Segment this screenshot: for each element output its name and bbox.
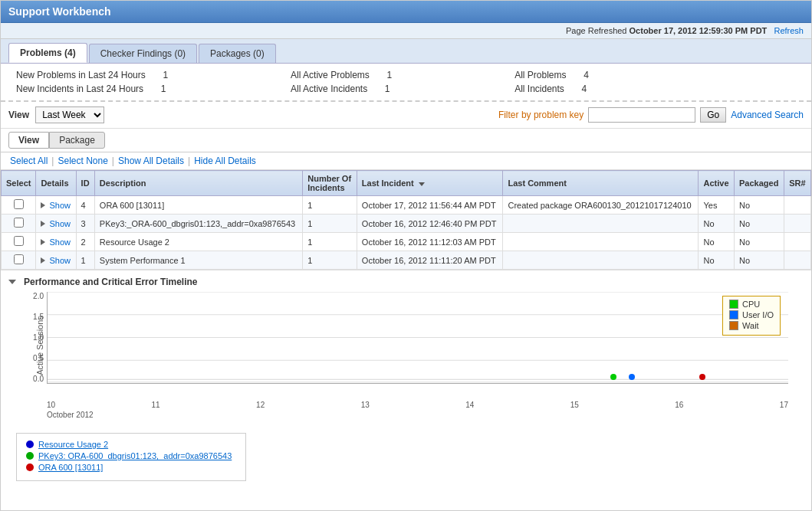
tab-packages[interactable]: Packages (0) [199,44,276,63]
x-label-10: 10 [47,401,55,409]
show-link-3[interactable]: Show [49,256,71,265]
legend-link-3[interactable]: ORA 600 [13011] [38,463,103,472]
filter-area: Filter by problem key Go Advanced Search [498,107,804,123]
expand-icon-3 [41,257,45,264]
stat-row-1: New Problems in Last 24 Hours 1 [16,70,168,80]
row-checkbox-cell [2,215,36,233]
legend-userio: User I/O [729,310,774,319]
tabs-bar: Problems (4) Checker Findings (0) Packag… [1,39,811,64]
subtab-package[interactable]: Package [49,132,105,149]
row-details-0: Show [36,196,76,215]
table-row: Show 3 PKey3:_ORA-600_dbgris01:123,_addr… [2,215,811,233]
row-checkbox-3[interactable] [14,254,24,264]
show-link-1[interactable]: Show [49,219,71,228]
filter-input[interactable] [588,107,695,123]
subtab-view[interactable]: View [8,132,49,149]
view-label: View [8,110,29,120]
view-select[interactable]: Last Week Last Day Last Month [35,106,104,123]
legend-item-1: Resource Usage 2 [26,440,236,449]
row-details-3: Show [36,251,76,270]
table-row: Show 2 Resource Usage 2 1 October 16, 20… [2,233,811,251]
advanced-search-link[interactable]: Advanced Search [731,110,804,120]
select-none-button[interactable]: Select None [56,156,109,166]
select-all-button[interactable]: Select All [8,156,49,166]
chart-gridlines [48,292,788,383]
hide-all-details-button[interactable]: Hide All Details [192,156,258,166]
col-last-incident[interactable]: Last Incident [357,171,503,196]
row-id-0: 4 [76,196,94,215]
chart-title-bar[interactable]: Performance and Critical Error Timeline [8,277,804,287]
row-checkbox-cell [2,233,36,251]
legend-item-2: PKey3: ORA-600_dbgris01:123,_addr=0xa987… [26,451,236,460]
row-last-comment-2 [503,233,699,251]
filter-label: Filter by problem key [498,110,584,120]
row-sr-0 [784,196,811,215]
chart-section: Performance and Critical Error Timeline … [1,270,811,425]
table-row: Show 4 ORA 600 [13011] 1 October 17, 201… [2,196,811,215]
legend-link-2[interactable]: PKey3: ORA-600_dbgris01:123,_addr=0xa987… [38,451,232,460]
tab-checker[interactable]: Checker Findings (0) [89,44,197,63]
col-id: ID [76,171,94,196]
go-button[interactable]: Go [700,107,726,123]
subtabs-bar: View Package [1,129,811,152]
refresh-link[interactable]: Refresh [774,26,804,35]
col-num-incidents: Number OfIncidents [303,171,357,196]
stat-label-1: New Problems in Last 24 Hours [16,70,146,80]
show-link-0[interactable]: Show [49,201,71,210]
tab-problems[interactable]: Problems (4) [8,43,87,63]
show-link-2[interactable]: Show [49,237,71,247]
legend-wait-color [729,321,738,330]
row-num-incidents-2: 1 [303,233,357,251]
bottom-legend-area: Resource Usage 2 PKey3: ORA-600_dbgris01… [1,425,811,489]
stats-group-left: New Problems in Last 24 Hours 1 New Inci… [16,70,168,94]
stat-row-5: All Problems 4 [514,70,589,80]
stat-value-3: 1 [386,70,392,80]
chart-legend: CPU User I/O Wait [722,296,781,336]
stats-section: New Problems in Last 24 Hours 1 New Inci… [1,64,811,102]
expand-icon-2 [41,239,45,245]
app-title: Support Workbench [8,5,804,18]
col-packaged: Packaged [735,171,784,196]
stats-group-mid: All Active Problems 1 All Active Inciden… [291,70,392,94]
stats-group-right: All Problems 4 All Incidents 4 [514,70,589,94]
chart-y-ticks: 2.0 1.5 1.0 0.5 0.0 [13,292,44,383]
collapse-icon [8,280,16,284]
row-last-incident-1: October 16, 2012 12:46:40 PM PDT [357,215,503,233]
col-details: Details [36,171,76,196]
row-checkbox-cell [2,196,36,215]
show-all-details-button[interactable]: Show All Details [117,156,186,166]
stat-label-6: All Incidents [514,84,564,94]
table-row: Show 1 System Performance 1 1 October 16… [2,251,811,270]
row-packaged-2: No [735,233,784,251]
legend-userio-label: User I/O [742,310,774,319]
legend-cpu-color [729,300,738,309]
legend-link-1[interactable]: Resource Usage 2 [38,440,108,449]
row-packaged-0: No [735,196,784,215]
stat-value-2: 1 [161,84,166,94]
stat-row-3: All Active Problems 1 [291,70,392,80]
stat-value-4: 1 [385,84,390,94]
legend-dot-1 [26,441,34,448]
refresh-timestamp: October 17, 2012 12:59:30 PM PDT [630,26,768,35]
page-refreshed-label: Page Refreshed [566,26,627,35]
app-container: Support Workbench Page Refreshed October… [0,0,812,511]
x-label-11: 11 [152,401,160,409]
chart-x-sublabel: October 2012 [47,411,804,419]
refresh-bar: Page Refreshed October 17, 2012 12:59:30… [1,23,811,39]
col-sr: SR# [784,171,811,196]
x-label-13: 13 [361,401,370,409]
stat-value-6: 4 [582,84,587,94]
row-checkbox-0[interactable] [14,199,24,209]
chart-x-labels: 10 11 12 13 14 15 16 17 [47,399,788,409]
row-sr-1 [784,215,811,233]
stat-value-1: 1 [163,70,168,80]
y-tick-2: 1.5 [13,313,44,321]
expand-icon-0 [41,202,45,208]
legend-wait: Wait [729,321,774,330]
stat-row-4: All Active Incidents 1 [291,84,392,94]
row-checkbox-1[interactable] [14,218,24,228]
stat-row-6: All Incidents 4 [514,84,589,94]
row-active-1: No [699,215,735,233]
row-checkbox-2[interactable] [14,236,24,246]
legend-userio-color [729,310,738,319]
